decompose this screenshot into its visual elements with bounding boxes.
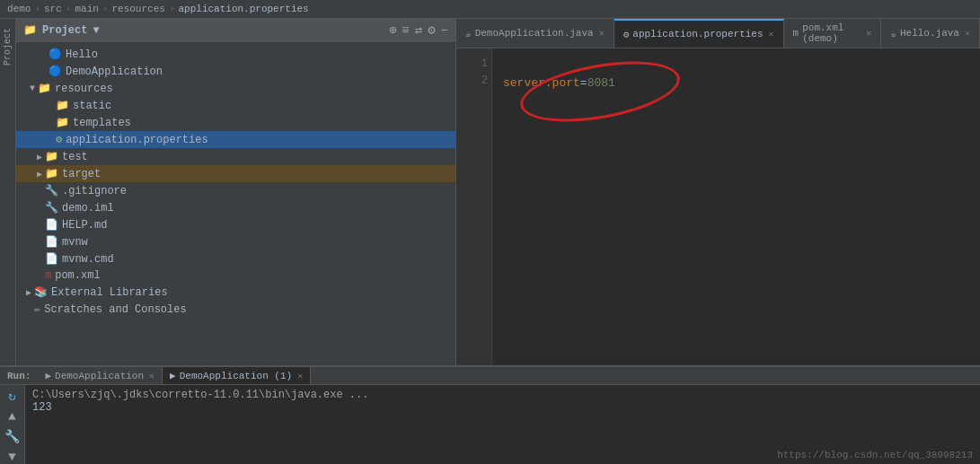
tree-label-8: .gitignore bbox=[62, 185, 127, 197]
tree-item-1[interactable]: 🔵DemoApplication bbox=[16, 63, 455, 80]
tree-item-0[interactable]: 🔵Hello bbox=[16, 46, 455, 63]
minimize-icon[interactable]: − bbox=[441, 23, 448, 38]
panel-title-label: Project bbox=[42, 24, 87, 37]
editor-tabs-bar: ☕ DemoApplication.java ✕⚙ application.pr… bbox=[456, 19, 980, 48]
tree-item-5[interactable]: ⚙application.properties bbox=[16, 131, 455, 148]
tree-item-6[interactable]: ▶📁test bbox=[16, 148, 455, 165]
tree-label-5: application.properties bbox=[66, 134, 207, 146]
tree-label-10: HELP.md bbox=[62, 219, 107, 232]
tree-item-14[interactable]: ▶📚External Libraries bbox=[16, 284, 455, 301]
breadcrumb-current: application.properties bbox=[178, 4, 308, 14]
wrench-icon[interactable]: 🔧 bbox=[4, 429, 20, 444]
run-down-icon[interactable]: ▼ bbox=[8, 450, 15, 464]
project-panel: 📁 Project ▼ ⊕ ≡ ⇄ ⚙ − 🔵Hello🔵DemoApplica… bbox=[16, 19, 456, 365]
code-content[interactable]: server.port=8081 bbox=[492, 48, 980, 365]
tree-item-12[interactable]: 📄mvnw.cmd bbox=[16, 250, 455, 267]
tab-close-3[interactable]: ✕ bbox=[965, 28, 970, 39]
editor-area: ☕ DemoApplication.java ✕⚙ application.pr… bbox=[456, 19, 980, 365]
tree-label-3: static bbox=[73, 100, 111, 112]
tree-arrow-2[interactable]: ▼ bbox=[27, 83, 38, 93]
run-tab-2[interactable]: ▶ DemoApplication (1) ✕ bbox=[163, 367, 311, 384]
breadcrumb-bar: demo › src › main › resources › applicat… bbox=[0, 0, 980, 19]
tree-item-13[interactable]: mpom.xml bbox=[16, 267, 455, 284]
tree-arrow-6[interactable]: ▶ bbox=[34, 152, 45, 162]
run-cmd-line: C:\Users\zjq\.jdks\corretto-11.0.11\bin\… bbox=[32, 389, 973, 401]
editor-tab-2[interactable]: m pom.xml (demo) ✕ bbox=[784, 19, 882, 48]
locate-icon[interactable]: ⊕ bbox=[389, 22, 396, 38]
tree-icon-2: 📁 bbox=[38, 82, 51, 95]
tree-icon-7: 📁 bbox=[45, 167, 58, 180]
tree-item-10[interactable]: 📄HELP.md bbox=[16, 216, 455, 233]
tree-arrow-14[interactable]: ▶ bbox=[23, 287, 34, 298]
watermark: https://blog.csdn.net/qq_38998213 bbox=[777, 450, 973, 460]
tree-icon-1: 🔵 bbox=[49, 65, 62, 78]
tab-close-2[interactable]: ✕ bbox=[866, 28, 871, 39]
panel-title: 📁 Project ▼ bbox=[23, 23, 100, 37]
tab-close-1[interactable]: ✕ bbox=[769, 29, 774, 39]
toggle-icon[interactable]: ⇄ bbox=[415, 22, 422, 38]
project-tree: 🔵Hello🔵DemoApplication▼📁resources📁static… bbox=[16, 42, 455, 365]
tree-label-2: resources bbox=[55, 83, 113, 95]
tree-item-7[interactable]: ▶📁target bbox=[16, 165, 455, 182]
tree-item-2[interactable]: ▼📁resources bbox=[16, 80, 455, 97]
code-key: server.port bbox=[503, 76, 580, 90]
tab-label-3: Hello.java bbox=[900, 28, 959, 39]
tree-icon-4: 📁 bbox=[56, 116, 69, 129]
tab-icon-0: ☕ bbox=[465, 28, 472, 39]
tree-item-4[interactable]: 📁templates bbox=[16, 114, 455, 131]
editor-tab-1[interactable]: ⚙ application.properties ✕ bbox=[614, 19, 784, 48]
tree-icon-12: 📄 bbox=[45, 252, 58, 266]
tree-label-7: target bbox=[62, 168, 101, 180]
run-output[interactable]: C:\Users\zjq\.jdks\corretto-11.0.11\bin\… bbox=[25, 385, 980, 464]
code-equals: = bbox=[580, 76, 587, 90]
run-tab-2-icon: ▶ bbox=[170, 370, 176, 381]
tree-label-13: pom.xml bbox=[55, 269, 100, 282]
tab-icon-2: m bbox=[793, 28, 799, 39]
line-num-2: 2 bbox=[460, 73, 488, 90]
rerun-icon[interactable]: ↻ bbox=[8, 389, 15, 404]
tree-item-3[interactable]: 📁static bbox=[16, 97, 455, 114]
tree-item-9[interactable]: 🔧demo.iml bbox=[16, 199, 455, 216]
tab-label-2: pom.xml (demo) bbox=[802, 22, 861, 44]
tree-item-8[interactable]: 🔧.gitignore bbox=[16, 182, 455, 199]
run-content: ↻ ▲ 🔧 ▼ ■ ☰ C:\Users\zjq\.jdks\corretto-… bbox=[0, 385, 980, 464]
vertical-project-tab[interactable]: Project bbox=[0, 19, 16, 365]
tree-label-15: Scratches and Consoles bbox=[44, 303, 186, 316]
editor-tab-0[interactable]: ☕ DemoApplication.java ✕ bbox=[456, 19, 614, 48]
settings-icon[interactable]: ⚙ bbox=[428, 22, 435, 38]
tab-icon-1: ⚙ bbox=[623, 29, 630, 40]
tree-label-11: mvnw bbox=[62, 236, 88, 249]
code-line-2: server.port=8081 bbox=[503, 74, 969, 93]
tree-icon-14: 📚 bbox=[34, 285, 48, 299]
tree-label-6: test bbox=[62, 151, 88, 163]
tree-item-15[interactable]: ✏Scratches and Consoles bbox=[16, 301, 455, 318]
tree-icon-9: 🔧 bbox=[45, 201, 58, 214]
run-tab-1[interactable]: ▶ DemoApplication ✕ bbox=[38, 367, 163, 384]
breadcrumb-src[interactable]: src bbox=[44, 4, 62, 14]
tree-icon-0: 🔵 bbox=[49, 48, 62, 61]
tab-close-0[interactable]: ✕ bbox=[599, 28, 605, 39]
tree-arrow-7[interactable]: ▶ bbox=[34, 169, 45, 179]
run-tab-2-close[interactable]: ✕ bbox=[297, 371, 303, 381]
run-tab-1-close[interactable]: ✕ bbox=[149, 371, 155, 381]
run-output-line: 123 bbox=[32, 401, 973, 414]
run-tab-2-label: DemoApplication (1) bbox=[180, 371, 292, 381]
editor-tab-3[interactable]: ☕ Hello.java ✕ bbox=[881, 19, 980, 48]
project-tab-label[interactable]: Project bbox=[1, 22, 14, 71]
tree-item-11[interactable]: 📄mvnw bbox=[16, 233, 455, 250]
code-value: 8081 bbox=[587, 76, 615, 90]
tree-icon-10: 📄 bbox=[45, 218, 58, 232]
tree-label-1: DemoApplication bbox=[66, 66, 163, 78]
breadcrumb-resources[interactable]: resources bbox=[111, 4, 164, 14]
tree-label-4: templates bbox=[73, 117, 131, 129]
main-area: Project 📁 Project ▼ ⊕ ≡ ⇄ ⚙ − 🔵Hello🔵Dem… bbox=[0, 19, 980, 365]
panel-folder-icon: 📁 bbox=[23, 23, 37, 37]
breadcrumb-main[interactable]: main bbox=[75, 4, 98, 14]
run-up-icon[interactable]: ▲ bbox=[8, 409, 15, 424]
breadcrumb-demo[interactable]: demo bbox=[7, 4, 31, 14]
panel-dropdown-arrow[interactable]: ▼ bbox=[93, 24, 99, 37]
tree-label-12: mvnw.cmd bbox=[62, 253, 114, 266]
tab-label-1: application.properties bbox=[632, 29, 763, 39]
collapse-icon[interactable]: ≡ bbox=[402, 23, 409, 38]
tree-label-14: External Libraries bbox=[51, 286, 168, 299]
